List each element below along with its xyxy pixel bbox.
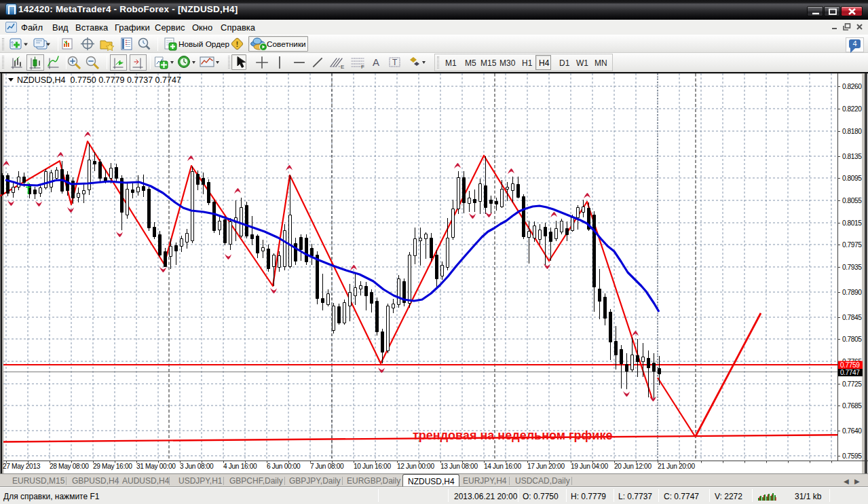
svg-text:13 Jun 08:00: 13 Jun 08:00 xyxy=(440,463,478,470)
svg-text:0.8260: 0.8260 xyxy=(842,83,862,90)
svg-text:A: A xyxy=(373,56,379,68)
svg-text:0.8135: 0.8135 xyxy=(842,153,862,160)
svg-text:19 Jun 04:00: 19 Jun 04:00 xyxy=(571,463,608,470)
svg-text:12 Jun 00:00: 12 Jun 00:00 xyxy=(397,463,434,470)
svg-text:0.7640: 0.7640 xyxy=(842,427,862,435)
svg-text:6 Jun 00:00: 6 Jun 00:00 xyxy=(267,463,301,470)
svg-text:0.7935: 0.7935 xyxy=(842,264,862,271)
svg-text:14 Jun 16:00: 14 Jun 16:00 xyxy=(484,463,521,470)
svg-text:21 Jun 20:00: 21 Jun 20:00 xyxy=(658,463,695,470)
svg-text:0.8220: 0.8220 xyxy=(842,105,862,113)
svg-text:20 Jun 12:00: 20 Jun 12:00 xyxy=(614,463,652,470)
svg-text:3 Jun 08:00: 3 Jun 08:00 xyxy=(180,463,214,470)
svg-text:0.8015: 0.8015 xyxy=(842,219,862,227)
svg-text:31 May 00:00: 31 May 00:00 xyxy=(136,463,176,470)
svg-text:0.7685: 0.7685 xyxy=(842,402,862,410)
svg-text:0.7890: 0.7890 xyxy=(842,289,862,296)
svg-text:0.7747: 0.7747 xyxy=(840,369,860,376)
svg-text:0.7759: 0.7759 xyxy=(840,361,860,369)
svg-text:29 May 16:00: 29 May 16:00 xyxy=(93,463,132,470)
svg-text:E: E xyxy=(341,64,344,70)
svg-text:0.8095: 0.8095 xyxy=(842,175,862,182)
svg-text:4 Jun 16:00: 4 Jun 16:00 xyxy=(223,463,257,470)
svg-text:27 May 2013: 27 May 2013 xyxy=(3,463,41,470)
svg-text:0.8180: 0.8180 xyxy=(842,128,862,135)
svg-text:7 Jun 08:00: 7 Jun 08:00 xyxy=(310,463,344,470)
svg-text:0.7805: 0.7805 xyxy=(842,336,862,343)
svg-text:T: T xyxy=(392,58,398,67)
svg-text:0.7975: 0.7975 xyxy=(842,241,862,249)
svg-text:17 Jun 20:00: 17 Jun 20:00 xyxy=(527,463,565,470)
svg-text:трендовая на недельном грфике: трендовая на недельном грфике xyxy=(413,429,612,442)
svg-text:10 Jun 16:00: 10 Jun 16:00 xyxy=(354,463,391,470)
svg-text:NZDUSD,H4 0.7750 0.7779 0.773: NZDUSD,H4 0.7750 0.7779 0.7737 0.7747 xyxy=(17,75,181,85)
svg-text:0.7845: 0.7845 xyxy=(842,314,862,321)
svg-text:28 May 08:00: 28 May 08:00 xyxy=(50,463,89,470)
svg-text:0.8055: 0.8055 xyxy=(842,197,862,204)
svg-text:F: F xyxy=(361,64,364,70)
svg-text:!: ! xyxy=(236,40,239,48)
svg-text:0.7595: 0.7595 xyxy=(842,452,862,460)
svg-text:0.7725: 0.7725 xyxy=(842,380,862,388)
